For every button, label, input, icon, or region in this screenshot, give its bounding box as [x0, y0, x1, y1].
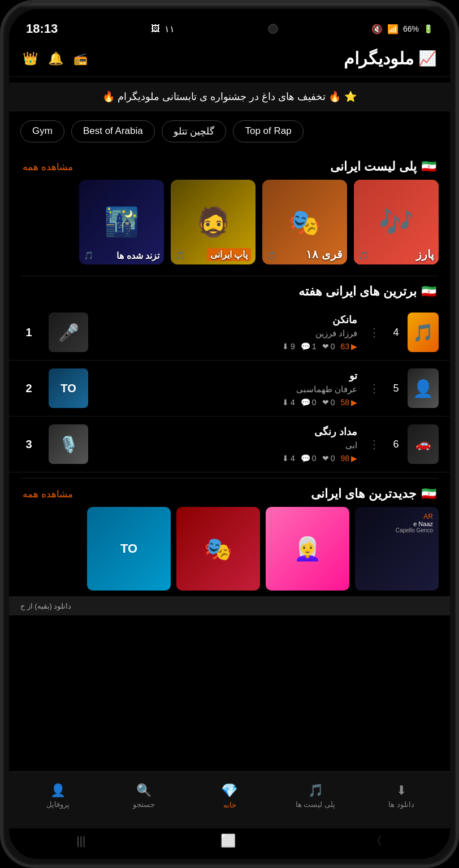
download-bar: دانلود (بقیه) از ح [9, 596, 450, 615]
download-icon-2: ⬇ [282, 398, 289, 407]
newest-title-group: 🇮🇷 جدیدترین های ایرانی [311, 487, 436, 501]
playlist-section: 🇮🇷 پلی لیست ایرانی مشاهده همه 🎶 پارز 🎵 [9, 151, 450, 276]
rank-1: 1 [20, 326, 37, 339]
music-artist-1: فرزاد فرزین [95, 328, 357, 338]
plays-1: 63 ▶ [340, 342, 357, 351]
nav-downloads[interactable]: ⬇ دانلود ها [379, 783, 424, 809]
playlist-card-3[interactable]: 🧔 پاپ ایرانی 🎵 [171, 180, 256, 264]
nav-home-label: خانه [223, 801, 236, 809]
playlist-cards-scroll: 🎶 پارز 🎵 🎭 قری ۱۸ 🎵 [9, 180, 450, 270]
system-nav-buttons: ||| ⬜ 〈 [9, 828, 450, 859]
nav-profile[interactable]: 👤 پروفایل [35, 783, 80, 809]
side-thumb-2: 👤 [408, 368, 439, 408]
nav-playlists[interactable]: 🎵 پلی لیست ها [293, 783, 338, 809]
music-artist-3: ابی [95, 440, 357, 450]
category-arabia[interactable]: Best of Arabia [71, 120, 155, 142]
recent-nav-icon[interactable]: 〈 [371, 834, 382, 849]
comments-1: 💬 1 [301, 342, 317, 351]
camera-notch [268, 24, 278, 34]
nav-playlists-label: پلی لیست ها [296, 800, 335, 809]
card-icon-4: 🎵 [84, 251, 93, 260]
card-icon-2: 🎵 [267, 251, 276, 260]
newest-card-1[interactable]: AR e Naaz Capello Genco [355, 507, 439, 591]
newest-section-header: 🇮🇷 جدیدترین های ایرانی مشاهده همه [9, 479, 450, 507]
gallery-icon: 🖼 [151, 24, 160, 34]
plays-2: 58 ▶ [340, 398, 357, 407]
top-iranian-title: برترین های ایرانی هفته [298, 284, 417, 299]
music-item-1[interactable]: 🎵 4 ⋮ مانکن فرزاد فرزین ⬇ 9 [9, 305, 450, 361]
music-thumb-3: 🎙️ [49, 424, 88, 464]
phone-frame: 18:13 🖼 ۱۱ 🔇 📶 66% 🔋 👑 🔔 📻 ملودیگرام [0, 0, 459, 868]
status-time: 18:13 [26, 21, 58, 36]
nav-profile-label: پروفایل [46, 800, 70, 809]
side-thumb-1: 🎵 [408, 313, 439, 352]
nav-search[interactable]: 🔍 جستجو [121, 783, 166, 809]
heart-icon-3: ❤ [322, 454, 329, 463]
music-item-3[interactable]: 🚗 6 ⋮ مداد رنگی ابی ⬇ 4 💬 [9, 416, 450, 472]
iran-flag-1: 🇮🇷 [421, 159, 436, 174]
more-icon-3[interactable]: ⋮ [364, 437, 384, 451]
bell-icon[interactable]: 🔔 [48, 51, 63, 66]
playlist-icon: 🎵 [308, 783, 323, 798]
likes-1: ❤ 0 [322, 342, 335, 351]
side-rank-1: 4 [389, 327, 403, 338]
category-tatlo[interactable]: گلچین تتلو [162, 120, 227, 142]
comment-icon-2: 💬 [301, 398, 310, 407]
likes-3: ❤ 0 [322, 454, 335, 463]
more-icon-1[interactable]: ⋮ [364, 326, 384, 339]
download-icon-1: ⬇ [282, 342, 289, 351]
top-title-group: 🇮🇷 برترین های ایرانی هفته [298, 284, 436, 299]
music-name-3: مداد رنگی [95, 426, 357, 438]
top-iranian-section: 🇮🇷 برترین های ایرانی هفته 🎵 4 ⋮ مانکن فر… [9, 276, 450, 478]
nav-search-label: جستجو [133, 800, 155, 809]
card-label-3: پاپ ایرانی [207, 248, 251, 261]
wifi-icon: 📶 [387, 24, 399, 34]
nav-home[interactable]: 💎 خانه [207, 783, 252, 809]
category-gym[interactable]: Gym [20, 120, 64, 142]
music-thumb-1: 🎤 [49, 313, 88, 352]
comments-2: 💬 0 [301, 398, 317, 407]
screen: 18:13 🖼 ۱۱ 🔇 📶 66% 🔋 👑 🔔 📻 ملودیگرام [9, 9, 450, 859]
music-stats-2: ⬇ 4 💬 0 ❤ 0 5 [95, 398, 357, 407]
radio-icon[interactable]: 📻 [73, 52, 88, 66]
music-item-2[interactable]: 👤 5 ⋮ تو عرفان طهماسبی ⬇ 4 💬 [9, 361, 450, 416]
category-rap[interactable]: Top of Rap [233, 120, 303, 142]
downloads-icon: ⬇ [396, 783, 406, 798]
play-icon-3: ▶ [351, 454, 357, 463]
newest-card-3[interactable]: 🎭 [176, 507, 260, 591]
app-title: ملودیگرام [344, 49, 414, 68]
home-nav-icon[interactable]: ⬜ [220, 834, 236, 848]
top-iranian-header: 🇮🇷 برترین های ایرانی هفته [9, 276, 450, 305]
playlist-section-header: 🇮🇷 پلی لیست ایرانی مشاهده همه [9, 151, 450, 180]
card-label-2: قری ۱۸ [306, 248, 343, 261]
likes-2: ❤ 0 [322, 398, 335, 407]
battery-graphic: 🔋 [423, 24, 433, 33]
playlist-view-all[interactable]: مشاهده همه [23, 161, 73, 173]
header-left-icons: 👑 🔔 📻 [23, 51, 88, 66]
newest-title: جدیدترین های ایرانی [311, 487, 417, 501]
music-stats-1: ⬇ 9 💬 1 ❤ 0 6 [95, 342, 357, 351]
newest-card-2[interactable]: 👩‍🦳 [266, 507, 349, 591]
back-nav-icon[interactable]: ||| [77, 835, 86, 848]
more-icon-2[interactable]: ⋮ [364, 381, 384, 395]
star-icon: ⭐ [344, 91, 357, 102]
playlist-card-2[interactable]: 🎭 قری ۱۸ 🎵 [262, 180, 347, 264]
profile-icon: 👤 [50, 783, 66, 798]
banner-text: 🔥 تخفیف های داغ در جشنواره ی تابستانی مل… [102, 91, 341, 102]
card-icon-3: 🎵 [175, 251, 185, 260]
logo-icon: 📈 [418, 50, 436, 67]
newest-cards: AR e Naaz Capello Genco 👩‍🦳 🎭 TO [9, 507, 450, 596]
music-artist-2: عرفان طهماسبی [95, 384, 357, 394]
playlist-title-group: 🇮🇷 پلی لیست ایرانی [330, 159, 436, 174]
notification-count: ۱۱ [164, 24, 175, 34]
newest-card-4[interactable]: TO [87, 507, 171, 591]
newest-view-all[interactable]: مشاهده همه [23, 488, 73, 500]
playlist-card-4[interactable]: 🌃 تزند شده ها 🎵 [79, 180, 164, 264]
promo-banner[interactable]: ⭐ 🔥 تخفیف های داغ در جشنواره ی تابستانی … [9, 83, 450, 111]
crown-icon[interactable]: 👑 [23, 51, 38, 66]
playlist-card-1[interactable]: 🎶 پارز 🎵 [354, 180, 439, 264]
header-title-group: ملودیگرام 📈 [344, 49, 436, 68]
mute-icon: 🔇 [371, 24, 383, 34]
search-icon: 🔍 [136, 783, 151, 798]
side-thumb-3: 🚗 [408, 424, 439, 464]
